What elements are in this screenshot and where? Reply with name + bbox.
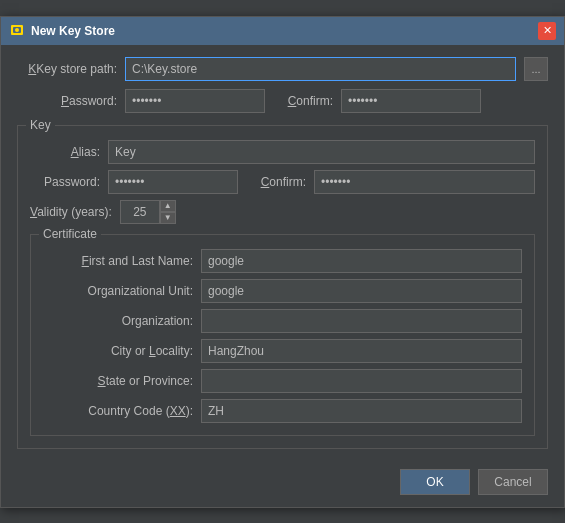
city-label: City or Locality:: [43, 344, 193, 358]
keystore-confirm-input[interactable]: [341, 89, 481, 113]
org-row: Organization:: [43, 309, 522, 333]
org-label: Organization:: [43, 314, 193, 328]
keystore-password-input[interactable]: [125, 89, 265, 113]
spinner-buttons: ▲ ▼: [160, 200, 176, 224]
alias-row: Alias:: [30, 140, 535, 164]
alias-input[interactable]: [108, 140, 535, 164]
key-password-label: Password:: [30, 175, 100, 189]
validity-label: Validity (years):: [30, 205, 112, 219]
key-confirm-label: Confirm:: [246, 175, 306, 189]
alias-label: Alias:: [30, 145, 100, 159]
first-last-name-input[interactable]: [201, 249, 522, 273]
state-input[interactable]: [201, 369, 522, 393]
certificate-label: Certificate: [39, 227, 101, 241]
keystore-path-input[interactable]: [125, 57, 516, 81]
key-password-input[interactable]: [108, 170, 238, 194]
first-last-name-label: First and Last Name:: [43, 254, 193, 268]
browse-button[interactable]: ...: [524, 57, 548, 81]
keystore-path-label: KKey store path:: [17, 62, 117, 76]
country-label: Country Code (XX):: [43, 404, 193, 418]
key-section: Key Alias: Password: Confirm:: [17, 125, 548, 449]
cancel-button[interactable]: Cancel: [478, 469, 548, 495]
keystore-password-label: Password:: [17, 94, 117, 108]
city-row: City or Locality:: [43, 339, 522, 363]
keystore-path-row: KKey store path: ...: [17, 57, 548, 81]
keystore-confirm-label: Confirm:: [273, 94, 333, 108]
certificate-section: Certificate First and Last Name: Organiz…: [30, 234, 535, 436]
state-row: State or Province:: [43, 369, 522, 393]
validity-input[interactable]: [120, 200, 160, 224]
dialog-content: KKey store path: ... Password: Confirm: …: [1, 45, 564, 461]
dialog-icon: [9, 23, 25, 39]
new-key-store-dialog: New Key Store ✕ KKey store path: ... Pas…: [0, 16, 565, 508]
spinner-up-button[interactable]: ▲: [160, 200, 176, 212]
dialog-title: New Key Store: [31, 24, 115, 38]
state-label: State or Province:: [43, 374, 193, 388]
org-unit-row: Organizational Unit:: [43, 279, 522, 303]
title-bar: New Key Store ✕: [1, 17, 564, 45]
country-row: Country Code (XX):: [43, 399, 522, 423]
country-input[interactable]: [201, 399, 522, 423]
validity-row: Validity (years): ▲ ▼: [30, 200, 535, 224]
key-password-row: Password: Confirm:: [30, 170, 535, 194]
city-input[interactable]: [201, 339, 522, 363]
first-last-name-row: First and Last Name:: [43, 249, 522, 273]
close-button[interactable]: ✕: [538, 22, 556, 40]
button-row: OK Cancel: [1, 461, 564, 507]
validity-spinner: ▲ ▼: [120, 200, 176, 224]
spinner-down-button[interactable]: ▼: [160, 212, 176, 224]
ok-button[interactable]: OK: [400, 469, 470, 495]
key-confirm-input[interactable]: [314, 170, 535, 194]
svg-point-2: [15, 28, 19, 32]
org-unit-label: Organizational Unit:: [43, 284, 193, 298]
org-unit-input[interactable]: [201, 279, 522, 303]
key-section-label: Key: [26, 118, 55, 132]
org-input[interactable]: [201, 309, 522, 333]
keystore-password-row: Password: Confirm:: [17, 89, 548, 113]
